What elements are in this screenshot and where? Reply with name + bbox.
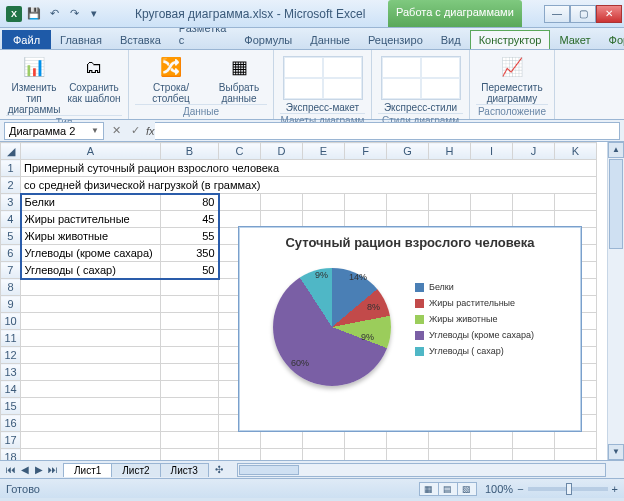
row-header[interactable]: 2	[1, 177, 21, 194]
quick-styles-button[interactable]: Экспресс-стили	[378, 52, 464, 113]
tab-view[interactable]: Вид	[432, 30, 470, 49]
data-label: 9%	[315, 270, 328, 280]
cell[interactable]: Углеводы (кроме сахара)	[21, 245, 161, 262]
row-header[interactable]: 5	[1, 228, 21, 245]
cell[interactable]: 50	[161, 262, 219, 279]
horizontal-scrollbar[interactable]	[237, 463, 606, 477]
cell[interactable]: Жиры растительные	[21, 211, 161, 228]
enter-icon[interactable]: ✓	[127, 124, 143, 137]
col-header[interactable]: I	[471, 143, 513, 160]
maximize-button[interactable]: ▢	[570, 5, 596, 23]
col-header[interactable]: G	[387, 143, 429, 160]
tab-file[interactable]: Файл	[2, 30, 51, 49]
titlebar: X 💾 ↶ ↷ ▾ Круговая диаграмма.xlsx - Micr…	[0, 0, 624, 28]
row-header[interactable]: 11	[1, 330, 21, 347]
row-header[interactable]: 15	[1, 398, 21, 415]
move-chart-button[interactable]: 📈 Переместитьдиаграмму	[476, 52, 548, 104]
cell[interactable]: Белки	[21, 194, 161, 211]
tab-data[interactable]: Данные	[301, 30, 359, 49]
col-header[interactable]: F	[345, 143, 387, 160]
save-icon[interactable]: 💾	[26, 6, 42, 22]
cancel-icon[interactable]: ✕	[108, 124, 124, 137]
embedded-chart[interactable]: Суточный рацион взрослого человека 14% 8…	[238, 226, 582, 432]
cell[interactable]: Углеводы ( сахар)	[21, 262, 161, 279]
sheet-nav-last-icon[interactable]: ⏭	[46, 464, 60, 475]
row-header[interactable]: 3	[1, 194, 21, 211]
row-header[interactable]: 10	[1, 313, 21, 330]
row-header[interactable]: 9	[1, 296, 21, 313]
cell[interactable]: со средней физической нагрузкой (в грамм…	[21, 177, 597, 194]
name-box[interactable]: Диаграмма 2 ▼	[4, 122, 104, 140]
row-header[interactable]: 14	[1, 381, 21, 398]
vertical-scrollbar[interactable]: ▲ ▼	[607, 142, 624, 460]
tab-formulas[interactable]: Формулы	[235, 30, 301, 49]
cell[interactable]: 55	[161, 228, 219, 245]
col-header[interactable]: B	[161, 143, 219, 160]
fx-icon[interactable]: fx	[146, 125, 155, 137]
cell[interactable]: Жиры животные	[21, 228, 161, 245]
row-header[interactable]: 7	[1, 262, 21, 279]
tab-design[interactable]: Конструктор	[470, 30, 551, 49]
tab-format[interactable]: Формат	[600, 30, 624, 49]
minimize-button[interactable]: —	[544, 5, 570, 23]
sheet-nav-first-icon[interactable]: ⏮	[4, 464, 18, 475]
col-header[interactable]: K	[555, 143, 597, 160]
zoom-level[interactable]: 100%	[485, 483, 513, 495]
cell[interactable]: 80	[161, 194, 219, 211]
view-page-break-icon[interactable]: ▧	[457, 482, 477, 496]
col-header[interactable]: A	[21, 143, 161, 160]
row-header[interactable]: 6	[1, 245, 21, 262]
tab-layout[interactable]: Макет	[550, 30, 599, 49]
row-header[interactable]: 4	[1, 211, 21, 228]
sheet-nav-prev-icon[interactable]: ◀	[18, 464, 32, 475]
scroll-thumb[interactable]	[239, 465, 299, 475]
switch-row-column-button[interactable]: 🔀 Строка/столбец	[135, 52, 207, 104]
tab-home[interactable]: Главная	[51, 30, 111, 49]
redo-icon[interactable]: ↷	[66, 6, 82, 22]
sheet-nav-next-icon[interactable]: ▶	[32, 464, 46, 475]
row-header[interactable]: 8	[1, 279, 21, 296]
new-sheet-icon[interactable]: ✣	[209, 464, 229, 475]
tab-review[interactable]: Рецензиро	[359, 30, 432, 49]
zoom-slider[interactable]	[528, 487, 608, 491]
row-header[interactable]: 18	[1, 449, 21, 461]
sheet-tab[interactable]: Лист2	[111, 463, 160, 477]
zoom-in-icon[interactable]: +	[612, 483, 618, 495]
save-as-template-button[interactable]: 🗂 Сохранитькак шаблон	[66, 52, 122, 115]
col-header[interactable]: H	[429, 143, 471, 160]
select-data-button[interactable]: ▦ Выбратьданные	[211, 52, 267, 104]
cell[interactable]: 45	[161, 211, 219, 228]
quick-layout-button[interactable]: Экспресс-макет	[280, 52, 366, 113]
close-button[interactable]: ✕	[596, 5, 622, 23]
view-page-layout-icon[interactable]: ▤	[438, 482, 458, 496]
pie-plot-area[interactable]: 14% 8% 9% 60% 9%	[261, 260, 411, 390]
view-normal-icon[interactable]: ▦	[419, 482, 439, 496]
scroll-up-icon[interactable]: ▲	[608, 142, 624, 158]
undo-icon[interactable]: ↶	[46, 6, 62, 22]
scroll-down-icon[interactable]: ▼	[608, 444, 624, 460]
row-header[interactable]: 17	[1, 432, 21, 449]
col-header[interactable]: D	[261, 143, 303, 160]
select-all-corner[interactable]: ◢	[1, 143, 21, 160]
cell[interactable]: 350	[161, 245, 219, 262]
row-header[interactable]: 1	[1, 160, 21, 177]
row-header[interactable]: 16	[1, 415, 21, 432]
chart-legend[interactable]: Белки Жиры растительные Жиры животные Уг…	[411, 254, 581, 404]
zoom-out-icon[interactable]: −	[517, 483, 523, 495]
chart-title[interactable]: Суточный рацион взрослого человека	[239, 227, 581, 254]
scroll-thumb[interactable]	[609, 159, 623, 249]
row-header[interactable]: 12	[1, 347, 21, 364]
change-chart-type-button[interactable]: 📊 Изменить типдиаграммы	[6, 52, 62, 115]
tab-insert[interactable]: Вставка	[111, 30, 170, 49]
legend-item: Белки	[415, 282, 575, 292]
formula-input[interactable]	[155, 122, 620, 140]
cell[interactable]: Примерный суточный рацион взрослого чело…	[21, 160, 597, 177]
name-box-dropdown-icon[interactable]: ▼	[91, 126, 99, 135]
row-header[interactable]: 13	[1, 364, 21, 381]
col-header[interactable]: J	[513, 143, 555, 160]
sheet-tab[interactable]: Лист1	[63, 463, 112, 477]
col-header[interactable]: E	[303, 143, 345, 160]
col-header[interactable]: C	[219, 143, 261, 160]
sheet-tab[interactable]: Лист3	[160, 463, 209, 477]
qat-dropdown-icon[interactable]: ▾	[86, 6, 102, 22]
